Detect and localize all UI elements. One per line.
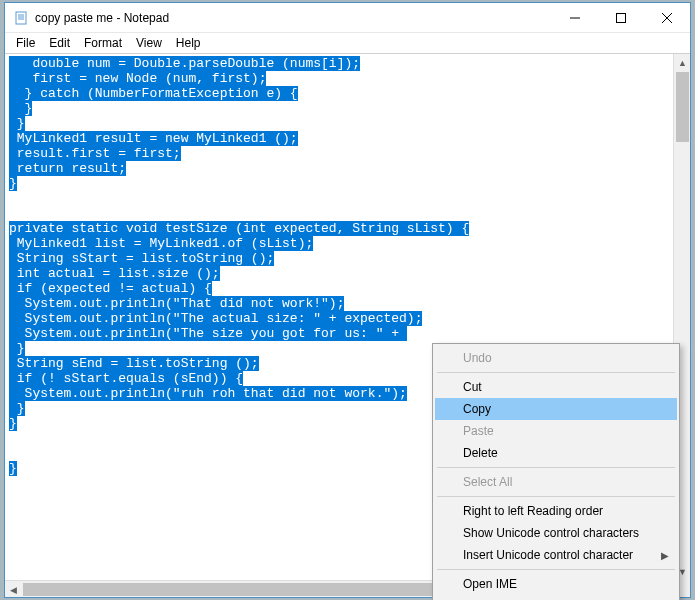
code-line — [9, 206, 673, 221]
minimize-button[interactable] — [552, 3, 598, 33]
context-menu-item: Select All — [435, 471, 677, 493]
code-line: } — [9, 176, 673, 191]
code-line: result.first = first; — [9, 146, 673, 161]
maximize-button[interactable] — [598, 3, 644, 33]
code-line — [9, 191, 673, 206]
horizontal-scroll-thumb[interactable] — [23, 583, 443, 596]
svg-rect-0 — [16, 12, 26, 24]
menu-file[interactable]: File — [9, 35, 42, 51]
context-menu-separator — [437, 467, 675, 468]
menu-help[interactable]: Help — [169, 35, 208, 51]
svg-rect-5 — [617, 13, 626, 22]
code-line: } — [9, 116, 673, 131]
code-line: MyLinked1 list = MyLinked1.of (sList); — [9, 236, 673, 251]
context-menu-item: Undo — [435, 347, 677, 369]
code-line: if (expected != actual) { — [9, 281, 673, 296]
submenu-arrow-icon: ▶ — [661, 550, 669, 561]
code-line: System.out.println("The size you got for… — [9, 326, 673, 341]
menu-edit[interactable]: Edit — [42, 35, 77, 51]
context-menu-item[interactable]: Insert Unicode control character▶ — [435, 544, 677, 566]
vertical-scroll-thumb[interactable] — [676, 72, 689, 142]
code-line: first = new Node (num, first); — [9, 71, 673, 86]
notepad-icon — [13, 10, 29, 26]
menu-view[interactable]: View — [129, 35, 169, 51]
scroll-up-icon[interactable]: ▲ — [674, 54, 690, 71]
titlebar: copy paste me - Notepad — [5, 3, 690, 33]
code-line: MyLinked1 result = new MyLinked1 (); — [9, 131, 673, 146]
code-line: String sStart = list.toString (); — [9, 251, 673, 266]
context-menu-item[interactable]: Show Unicode control characters — [435, 522, 677, 544]
code-line: int actual = list.size (); — [9, 266, 673, 281]
context-menu: UndoCutCopyPasteDeleteSelect AllRight to… — [432, 343, 680, 600]
context-menu-item[interactable]: Cut — [435, 376, 677, 398]
context-menu-separator — [437, 372, 675, 373]
context-menu-item[interactable]: Open IME — [435, 573, 677, 595]
menubar: File Edit Format View Help — [5, 33, 690, 53]
context-menu-item[interactable]: Delete — [435, 442, 677, 464]
code-line: double num = Double.parseDouble (nums[i]… — [9, 56, 673, 71]
code-line: System.out.println("That did not work!")… — [9, 296, 673, 311]
code-line: private static void testSize (int expect… — [9, 221, 673, 236]
context-menu-item: Paste — [435, 420, 677, 442]
menu-format[interactable]: Format — [77, 35, 129, 51]
window-title: copy paste me - Notepad — [35, 11, 169, 25]
code-line: } catch (NumberFormatException e) { — [9, 86, 673, 101]
context-menu-item[interactable]: Right to left Reading order — [435, 500, 677, 522]
context-menu-item[interactable]: Copy — [435, 398, 677, 420]
context-menu-separator — [437, 496, 675, 497]
scroll-left-icon[interactable]: ◀ — [5, 581, 22, 597]
code-line: } — [9, 101, 673, 116]
context-menu-separator — [437, 569, 675, 570]
code-line: System.out.println("The actual size: " +… — [9, 311, 673, 326]
context-menu-item: Reconversion — [435, 595, 677, 600]
close-button[interactable] — [644, 3, 690, 33]
code-line: return result; — [9, 161, 673, 176]
